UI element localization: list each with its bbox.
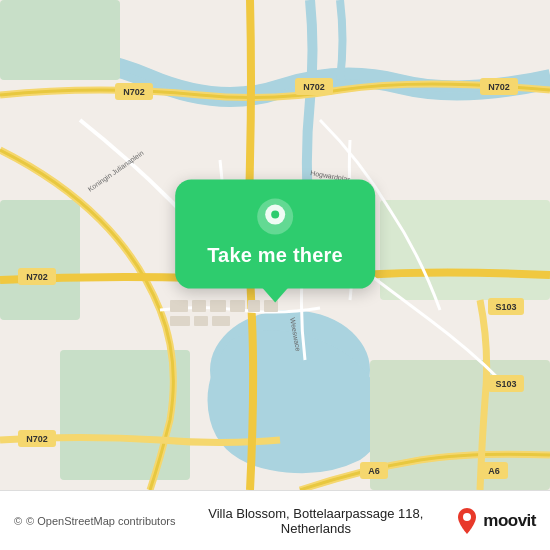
address-text: Villa Blossom, Bottelaarpassage 118, Net… — [175, 506, 456, 536]
svg-point-41 — [463, 513, 471, 521]
svg-rect-32 — [170, 316, 190, 326]
map-container: N702 N702 N702 N702 N702 A6 A6 S103 S103… — [0, 0, 550, 490]
svg-text:N702: N702 — [488, 82, 510, 92]
svg-text:A6: A6 — [368, 466, 380, 476]
green-bubble[interactable]: Take me there — [175, 180, 375, 289]
attribution-text: © OpenStreetMap contributors — [26, 515, 175, 527]
svg-rect-35 — [230, 300, 245, 312]
svg-text:A6: A6 — [488, 466, 500, 476]
svg-text:N702: N702 — [26, 272, 48, 282]
moovit-logo: moovit — [456, 507, 536, 535]
svg-rect-3 — [0, 0, 120, 80]
svg-rect-29 — [170, 300, 188, 312]
attribution: © © OpenStreetMap contributors — [14, 515, 175, 527]
svg-rect-33 — [194, 316, 208, 326]
moovit-brand-text: moovit — [483, 511, 536, 531]
svg-rect-36 — [248, 300, 260, 312]
moovit-pin-icon — [456, 507, 478, 535]
svg-rect-30 — [192, 300, 206, 312]
svg-text:S103: S103 — [495, 302, 516, 312]
svg-rect-5 — [380, 200, 550, 300]
take-me-there-overlay[interactable]: Take me there — [175, 180, 375, 289]
bottom-bar: © © OpenStreetMap contributors Villa Blo… — [0, 490, 550, 550]
svg-rect-31 — [210, 300, 226, 312]
svg-rect-4 — [0, 200, 80, 320]
location-pin-icon — [256, 198, 294, 236]
copyright-icon: © — [14, 515, 22, 527]
svg-text:N702: N702 — [26, 434, 48, 444]
svg-text:S103: S103 — [495, 379, 516, 389]
take-me-there-button[interactable]: Take me there — [207, 244, 343, 267]
svg-text:N702: N702 — [303, 82, 325, 92]
svg-rect-34 — [212, 316, 230, 326]
svg-text:N702: N702 — [123, 87, 145, 97]
